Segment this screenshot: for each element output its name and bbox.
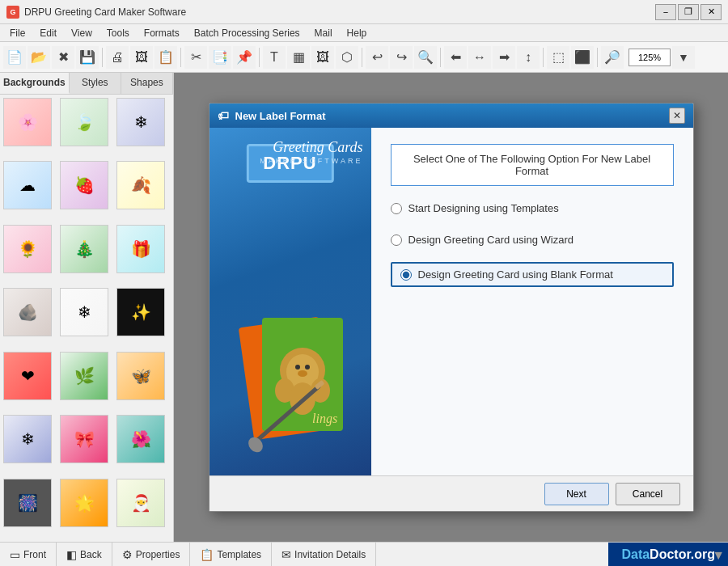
status-back[interactable]: ◧ Back: [57, 543, 112, 566]
tb-paste[interactable]: 📌: [233, 46, 256, 69]
toolbar-separator-6: [543, 48, 544, 67]
app-title: DRPU Greeting Card Maker Software: [24, 6, 186, 18]
tb-image[interactable]: 🖼: [311, 46, 334, 69]
option-wizard[interactable]: Design Greeting Card using Wizard: [391, 230, 674, 249]
status-properties[interactable]: ⚙ Properties: [112, 543, 191, 566]
tb-align-left[interactable]: ⬅: [444, 46, 467, 69]
bg-thumb-12[interactable]: ✨: [116, 288, 165, 336]
tb-save[interactable]: 💾: [76, 46, 99, 69]
card-illustration-svg: lings: [222, 306, 359, 467]
tb-print[interactable]: 🖨: [106, 46, 129, 69]
tb-copy[interactable]: 📑: [209, 46, 231, 69]
status-back-label: Back: [80, 549, 102, 560]
minimize-button[interactable]: −: [655, 4, 676, 20]
tb-align-right[interactable]: ➡: [493, 46, 515, 69]
bg-thumb-14[interactable]: 🌿: [60, 352, 108, 400]
bg-thumb-13[interactable]: ❤: [3, 352, 52, 400]
bg-thumb-17[interactable]: 🎀: [60, 415, 108, 463]
status-front-label: Front: [23, 549, 46, 560]
svg-point-8: [298, 370, 307, 377]
menu-formats[interactable]: Formats: [138, 26, 186, 40]
option-templates[interactable]: Start Designing using Templates: [391, 199, 674, 218]
menu-file[interactable]: File: [3, 26, 32, 40]
radio-templates[interactable]: [391, 203, 402, 214]
dialog-prompt-text: Select One of The Following Option For N…: [413, 153, 650, 177]
bg-thumb-15[interactable]: 🦋: [116, 352, 165, 400]
bg-thumb-3[interactable]: ❄: [116, 98, 165, 146]
toolbar: 📄 📂 ✖ 💾 🖨 🖼 📋 ✂ 📑 📌 T ▦ 🖼 ⬡ ↩ ↪ 🔍 ⬅ ↔ ➡ …: [0, 42, 728, 73]
radio-wizard[interactable]: [391, 234, 402, 246]
bg-thumb-4[interactable]: ☁: [3, 161, 52, 209]
panel-tabs: Backgrounds Styles Shapes: [0, 73, 173, 95]
templates-icon: 📋: [200, 548, 214, 561]
tb-redo[interactable]: ↪: [390, 46, 413, 69]
status-front[interactable]: ▭ Front: [0, 543, 57, 566]
front-icon: ▭: [10, 548, 20, 561]
dialog-titlebar: 🏷 New Label Format ✕: [210, 103, 693, 128]
bg-thumb-19[interactable]: 🎆: [3, 479, 52, 527]
next-button[interactable]: Next: [544, 483, 609, 505]
tb-flip[interactable]: ↕: [517, 46, 540, 69]
statusbar: ▭ Front ◧ Back ⚙ Properties 📋 Templates …: [0, 542, 728, 566]
datadoctor-branding: DataDoctor.org: [608, 543, 728, 566]
bg-thumb-20[interactable]: 🌟: [60, 479, 108, 527]
zoom-decrease[interactable]: ▼: [672, 46, 695, 69]
bg-thumb-2[interactable]: 🍃: [60, 98, 108, 146]
dialog-logo-script: Greeting Cards MAKER SOFTWARE: [260, 139, 362, 165]
menu-view[interactable]: View: [65, 26, 99, 40]
bg-thumb-6[interactable]: 🍂: [116, 161, 165, 209]
bg-thumb-9[interactable]: 🎁: [116, 225, 165, 273]
tb-shape[interactable]: ⬡: [336, 46, 358, 69]
svg-text:lings: lings: [312, 412, 337, 426]
restore-button[interactable]: ❐: [678, 4, 699, 20]
tb-preview[interactable]: 🖼: [130, 46, 153, 69]
tab-shapes[interactable]: Shapes: [121, 73, 173, 94]
toolbar-separator-2: [180, 48, 181, 67]
tb-open[interactable]: 📂: [28, 46, 50, 69]
bg-thumb-11[interactable]: ❄: [60, 288, 108, 336]
tb-zoomin[interactable]: 🔍: [414, 46, 437, 69]
toolbar-separator-3: [259, 48, 260, 67]
dialog-illustration: DRPU Greeting Cards MAKER SOFTWARE: [210, 128, 371, 475]
menu-batch-processing[interactable]: Batch Processing Series: [188, 26, 307, 40]
tb-print2[interactable]: 📋: [154, 46, 177, 69]
bg-thumb-8[interactable]: 🎄: [60, 225, 108, 273]
option-wizard-label: Design Greeting Card using Wizard: [408, 234, 574, 246]
radio-blank[interactable]: [400, 269, 412, 281]
main: Backgrounds Styles Shapes 🌸 🍃 ❄ ☁ 🍓 🍂 🌻 …: [0, 73, 728, 542]
tab-backgrounds[interactable]: Backgrounds: [0, 73, 70, 94]
cancel-button[interactable]: Cancel: [616, 483, 680, 505]
titlebar: G DRPU Greeting Card Maker Software − ❐ …: [0, 0, 728, 24]
tb-cut[interactable]: ✂: [184, 46, 207, 69]
bg-thumb-18[interactable]: 🌺: [116, 415, 165, 463]
zoom-input[interactable]: 125%: [629, 49, 671, 66]
menu-tools[interactable]: Tools: [100, 26, 136, 40]
dialog-right: Select One of The Following Option For N…: [371, 128, 693, 475]
menu-mail[interactable]: Mail: [308, 26, 339, 40]
tb-text[interactable]: T: [263, 46, 286, 69]
tb-new[interactable]: 📄: [3, 46, 26, 69]
tb-group[interactable]: ⬚: [547, 46, 569, 69]
tb-zoomin2[interactable]: 🔎: [601, 46, 624, 69]
bg-thumb-5[interactable]: 🍓: [60, 161, 108, 209]
bg-thumb-10[interactable]: 🪨: [3, 288, 52, 336]
bg-thumb-1[interactable]: 🌸: [3, 98, 52, 146]
tb-close[interactable]: ✖: [52, 46, 74, 69]
option-blank[interactable]: Design Greeting Card using Blank Format: [391, 262, 674, 287]
bg-thumb-21[interactable]: 🎅: [116, 479, 165, 527]
status-templates[interactable]: 📋 Templates: [190, 543, 272, 566]
dialog-close-button[interactable]: ✕: [669, 108, 685, 124]
tb-align-center[interactable]: ↔: [468, 46, 491, 69]
menu-help[interactable]: Help: [341, 26, 374, 40]
invitation-icon: ✉: [281, 548, 291, 561]
tb-undo[interactable]: ↩: [366, 46, 388, 69]
close-button[interactable]: ✕: [700, 4, 722, 20]
bg-thumb-16[interactable]: ❄: [3, 415, 52, 463]
tab-styles[interactable]: Styles: [70, 73, 121, 94]
tb-ungroup[interactable]: ⬛: [571, 46, 594, 69]
bg-thumb-7[interactable]: 🌻: [3, 225, 52, 273]
toolbar-separator-5: [440, 48, 441, 67]
menu-edit[interactable]: Edit: [33, 26, 63, 40]
tb-barcode[interactable]: ▦: [287, 46, 310, 69]
status-invitation[interactable]: ✉ Invitation Details: [272, 543, 376, 566]
